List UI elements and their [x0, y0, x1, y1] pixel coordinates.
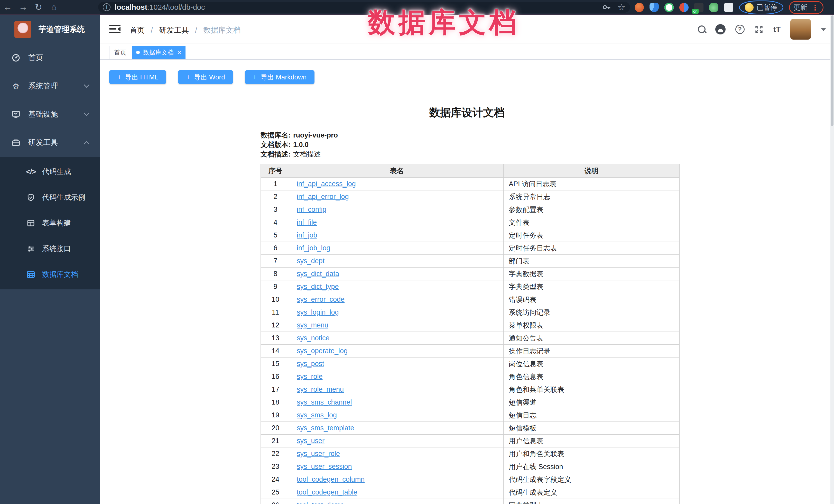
table-name-link[interactable]: inf_file: [297, 218, 317, 226]
table-name-link[interactable]: sys_menu: [297, 321, 328, 329]
table-name-link[interactable]: sys_error_code: [297, 295, 345, 303]
password-key-icon[interactable]: [602, 3, 611, 12]
on-badge: on: [692, 9, 699, 14]
table-name-link[interactable]: inf_job_log: [297, 244, 330, 252]
paused-badge[interactable]: 已暂停: [739, 1, 783, 15]
address-bar[interactable]: i localhost:1024/tool/db-doc ☆: [98, 2, 630, 13]
scrollbar-thumb[interactable]: [831, 16, 833, 126]
table-name-link[interactable]: sys_sms_template: [297, 424, 354, 432]
row-table-name-cell: inf_file: [290, 216, 504, 229]
table-name-link[interactable]: sys_operate_log: [297, 347, 348, 355]
page-scrollbar[interactable]: [830, 15, 834, 504]
table-row: 14sys_operate_log操作日志记录: [261, 345, 680, 357]
tab-db-doc[interactable]: 数据库文档 ×: [132, 46, 185, 59]
search-icon[interactable]: [698, 25, 705, 33]
row-table-name-cell: tool_codegen_column: [290, 473, 504, 486]
table-name-link[interactable]: inf_config: [297, 205, 327, 213]
table-row: 25tool_codegen_table代码生成表定义: [261, 486, 680, 499]
doc-version-value: 1.0.0: [293, 141, 309, 149]
table-name-link[interactable]: inf_api_error_log: [297, 193, 349, 200]
sidebar-collapse-icon[interactable]: [109, 24, 120, 34]
sidebar-item-devtools[interactable]: 研发工具: [0, 129, 100, 157]
table-name-link[interactable]: sys_dict_type: [297, 283, 339, 290]
table-name-link[interactable]: sys_dict_data: [297, 270, 339, 278]
row-description: 操作日志记录: [504, 345, 680, 357]
table-name-link[interactable]: sys_user_role: [297, 450, 340, 458]
row-table-name-cell: sys_notice: [290, 332, 504, 345]
browser-home-icon[interactable]: ⌂: [46, 2, 62, 12]
row-table-name-cell: sys_sms_log: [290, 409, 504, 422]
user-avatar[interactable]: [790, 19, 811, 40]
table-name-link[interactable]: sys_dept: [297, 257, 325, 265]
update-label: 更新: [793, 3, 807, 12]
extensions-puzzle-icon[interactable]: [724, 3, 733, 12]
table-name-link[interactable]: tool_test_demo: [297, 501, 344, 504]
sidebar-item-infra[interactable]: 基础设施: [0, 100, 100, 129]
row-index: 14: [261, 345, 290, 357]
row-index: 1: [261, 178, 290, 191]
table-name-link[interactable]: inf_api_access_log: [297, 180, 356, 188]
row-table-name-cell: sys_dict_data: [290, 267, 504, 280]
sidebar-item-codegen-demo[interactable]: 代码生成示例: [0, 184, 100, 210]
github-icon[interactable]: [715, 24, 726, 35]
help-icon[interactable]: ?: [736, 25, 745, 34]
sidebar-item-system-api[interactable]: 系统接口: [0, 236, 100, 262]
font-size-icon[interactable]: tT: [773, 25, 781, 34]
table-name-link[interactable]: sys_role: [297, 373, 323, 380]
export-markdown-button[interactable]: +导出 Markdown: [245, 70, 315, 84]
table-name-link[interactable]: sys_role_menu: [297, 386, 344, 393]
breadcrumb-home[interactable]: 首页: [130, 26, 145, 34]
extension-icon[interactable]: [709, 3, 718, 12]
extension-pin-icon[interactable]: [650, 3, 659, 12]
document-title: 数据库设计文档: [100, 105, 834, 120]
row-index: 12: [261, 319, 290, 332]
row-index: 21: [261, 435, 290, 447]
table-name-link[interactable]: sys_sms_channel: [297, 398, 352, 406]
tab-home[interactable]: 首页: [109, 46, 131, 59]
breadcrumb-devtools[interactable]: 研发工具: [159, 26, 189, 34]
app-logo[interactable]: 芋道管理系统: [0, 15, 100, 44]
table-name-link[interactable]: inf_job: [297, 231, 317, 239]
sidebar-item-form-builder[interactable]: 表单构建: [0, 210, 100, 236]
browser-refresh-icon[interactable]: ↻: [31, 2, 46, 12]
sidebar-item-home[interactable]: 首页: [0, 44, 100, 72]
export-html-button[interactable]: +导出 HTML: [109, 70, 166, 84]
sidebar-item-label: 代码生成示例: [42, 193, 85, 202]
extension-icon[interactable]: [635, 3, 644, 12]
table-row: 23sys_user_session用户在线 Session: [261, 460, 680, 473]
browser-menu-icon[interactable]: ⋮: [811, 3, 819, 12]
table-row: 5inf_job定时任务表: [261, 229, 680, 242]
sidebar-item-label: 基础设施: [28, 109, 58, 119]
browser-back-icon[interactable]: ←: [0, 2, 16, 12]
document-meta: 数据库名:ruoyi-vue-pro 文档版本:1.0.0 文档描述:文档描述: [261, 131, 338, 159]
browser-update-button[interactable]: 更新 ⋮: [789, 1, 824, 14]
tab-close-icon[interactable]: ×: [177, 49, 181, 57]
extension-icon[interactable]: [679, 3, 688, 12]
extension-icon[interactable]: on: [694, 3, 703, 12]
table-name-link[interactable]: sys_sms_log: [297, 411, 337, 419]
row-table-name-cell: sys_post: [290, 357, 504, 370]
row-table-name-cell: sys_user_role: [290, 447, 504, 460]
site-info-icon[interactable]: i: [103, 3, 110, 11]
bookmark-star-icon[interactable]: ☆: [618, 2, 626, 12]
extension-check-icon[interactable]: [664, 3, 674, 12]
sidebar-item-system[interactable]: ⚙ 系统管理: [0, 72, 100, 100]
sidebar-item-codegen[interactable]: </> 代码生成: [0, 159, 100, 184]
table-row: 8sys_dict_data字典数据表: [261, 267, 680, 280]
table-row: 9sys_dict_type字典类型表: [261, 280, 680, 293]
table-name-link[interactable]: tool_codegen_column: [297, 476, 365, 483]
row-index: 19: [261, 409, 290, 422]
user-menu-caret-icon[interactable]: [821, 28, 826, 31]
table-name-link[interactable]: sys_login_log: [297, 308, 339, 316]
fullscreen-icon[interactable]: [754, 25, 764, 34]
table-name-link[interactable]: sys_user_session: [297, 463, 352, 470]
table-name-link[interactable]: tool_codegen_table: [297, 488, 357, 496]
table-name-link[interactable]: sys_notice: [297, 334, 330, 342]
browser-forward-icon[interactable]: →: [16, 2, 31, 12]
sidebar-item-label: 表单构建: [42, 218, 71, 228]
table-name-link[interactable]: sys_user: [297, 437, 325, 445]
sidebar-item-db-doc[interactable]: 数据库文档: [0, 262, 100, 287]
row-index: 23: [261, 460, 290, 473]
table-name-link[interactable]: sys_post: [297, 360, 324, 368]
export-word-button[interactable]: +导出 Word: [178, 70, 233, 84]
